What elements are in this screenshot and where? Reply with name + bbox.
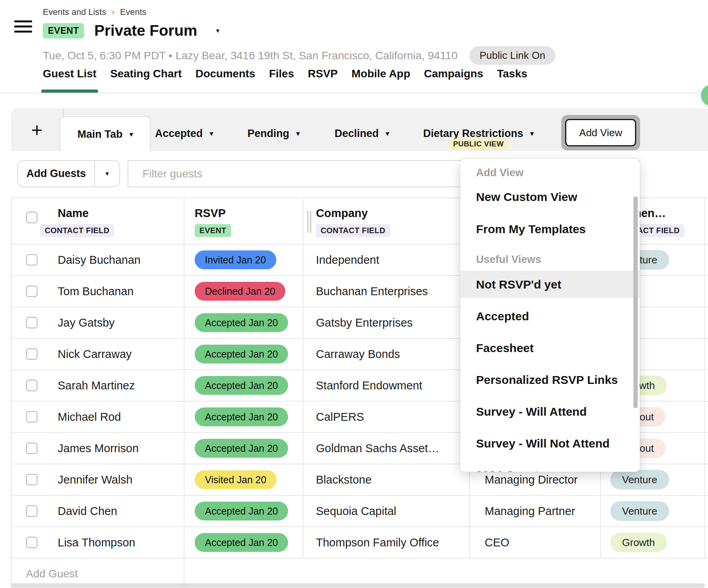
rsvp-status-pill[interactable]: Invited Jan 20: [195, 250, 276, 269]
rsvp-status-pill[interactable]: Accepted Jan 20: [195, 502, 288, 520]
row-checkbox[interactable]: [26, 537, 38, 548]
column-header-name[interactable]: NameCONTACT FIELD: [12, 198, 184, 244]
event-meta-row: Tue, Oct 5, 6:30 PM PDT • Lazy Bear, 341…: [43, 46, 555, 65]
guest-name-cell: Sarah Martinez: [12, 370, 184, 401]
company-cell: Sequoia Capital: [303, 496, 470, 526]
rsvp-status-pill[interactable]: Accepted Jan 20: [195, 533, 288, 552]
menu-item-new-custom-view[interactable]: New Custom View: [460, 183, 640, 210]
tab-mobile-app[interactable]: Mobile App: [351, 68, 410, 93]
menu-item-accepted[interactable]: Accepted: [460, 303, 640, 330]
column-field-type-badge: EVENT: [195, 224, 231, 237]
guest-name: David Chen: [58, 505, 117, 518]
row-checkbox[interactable]: [26, 411, 38, 423]
breadcrumb-link-events-and-lists[interactable]: Events and Lists: [43, 7, 106, 17]
menu-item-survey-will-attend[interactable]: Survey - Will Attend: [460, 398, 640, 425]
guest-name: Tom Buchanan: [58, 285, 133, 298]
menu-item-personalized-rsvp-links[interactable]: Personalized RSVP Links: [460, 366, 640, 393]
rsvp-cell: Accepted Jan 20: [184, 307, 303, 338]
add-view-dropdown-menu: Add ViewNew Custom ViewFrom My Templates…: [460, 159, 640, 472]
rsvp-status-pill[interactable]: Accepted Jan 20: [195, 439, 288, 458]
menu-item-not-rsvp-d-yet[interactable]: Not RSVP'd yet: [460, 271, 640, 298]
rsvp-status-pill[interactable]: Accepted Jan 20: [195, 313, 288, 332]
chevron-down-icon: ▾: [530, 130, 534, 137]
guest-list-screen: Events and Lists›Events EVENT Private Fo…: [0, 0, 708, 588]
public-view-badge: PUBLIC VIEW: [449, 139, 508, 150]
hamburger-bar: [14, 31, 32, 33]
view-tab-label: Accepted: [155, 128, 203, 140]
table-row-david-chen[interactable]: David ChenAccepted Jan 20Sequoia Capital…: [12, 496, 708, 527]
dropdown-scrollbar-thumb[interactable]: [633, 196, 638, 408]
row-filler: [705, 276, 708, 307]
guest-name: Sarah Martinez: [58, 379, 135, 392]
breadcrumb: Events and Lists›Events: [43, 7, 146, 17]
add-view-button[interactable]: Add View: [565, 119, 636, 146]
column-field-type-badge: CONTACT FIELD: [40, 224, 114, 237]
column-header-rsvp[interactable]: RSVPEVENT: [184, 198, 303, 244]
menu-item-survey-will-not-attend[interactable]: Survey - Will Not Attend: [460, 430, 640, 457]
view-tab-accepted[interactable]: Accepted▾: [144, 116, 224, 151]
row-checkbox[interactable]: [26, 505, 38, 517]
rsvp-cell: Accepted Jan 20: [184, 370, 303, 401]
column-title: RSVP: [195, 207, 226, 220]
menu-item-facesheet[interactable]: Facesheet: [460, 334, 640, 362]
rsvp-status-pill[interactable]: Declined Jan 20: [195, 282, 285, 301]
tab-documents[interactable]: Documents: [195, 68, 255, 93]
tab-seating-chart[interactable]: Seating Chart: [110, 68, 182, 93]
guest-name-cell: Lisa Thompson: [12, 527, 184, 558]
rsvp-cell: Accepted Jan 20: [184, 339, 303, 369]
job-title-cell: Managing Partner: [470, 496, 601, 526]
chevron-down-icon: ▾: [130, 131, 133, 138]
rsvp-cell: Invited Jan 20: [184, 245, 303, 275]
tab-rsvp[interactable]: RSVP: [308, 68, 338, 93]
tab-campaigns[interactable]: Campaigns: [424, 68, 483, 93]
guest-name-cell: Daisy Buchanan: [12, 245, 184, 275]
horizontal-scrollbar[interactable]: [11, 583, 705, 588]
tab-files[interactable]: Files: [269, 68, 294, 93]
column-drag-handle-icon[interactable]: [307, 211, 311, 233]
rsvp-status-pill[interactable]: Accepted Jan 20: [195, 376, 288, 395]
rsvp-cell: Accepted Jan 20: [184, 496, 303, 526]
breadcrumb-link-events[interactable]: Events: [120, 7, 146, 17]
select-all-checkbox[interactable]: [26, 212, 38, 223]
menu-item-from-my-templates[interactable]: From My Templates: [460, 215, 640, 243]
row-checkbox[interactable]: [26, 442, 38, 454]
menu-section-label-add-view: Add View: [460, 164, 640, 182]
guest-name-cell: Nick Carraway: [12, 339, 184, 369]
view-tab-declined[interactable]: Declined▾: [321, 116, 402, 151]
row-checkbox[interactable]: [26, 254, 38, 266]
company-cell: CalPERS: [303, 402, 470, 432]
view-tab-bar: + Add View Main Tab▾Accepted▾Pending▾Dec…: [11, 108, 708, 151]
row-checkbox[interactable]: [26, 380, 38, 391]
help-bubble-icon[interactable]: [701, 84, 708, 106]
menu-section-label-useful-views: Useful Views: [460, 250, 640, 268]
guest-name-cell: David Chen: [12, 496, 184, 526]
public-link-status-pill[interactable]: Public Link On: [469, 46, 556, 65]
table-row-lisa-thompson[interactable]: Lisa ThompsonAccepted Jan 20Thompson Fam…: [12, 527, 708, 559]
menu-item-2024-guests[interactable]: 2024 Guests: [460, 462, 640, 472]
add-guests-label[interactable]: Add Guests: [18, 161, 94, 186]
add-guests-split-button[interactable]: Add Guests ▾: [17, 160, 120, 187]
rsvp-status-pill[interactable]: Accepted Jan 20: [195, 407, 288, 426]
tab-tasks[interactable]: Tasks: [497, 68, 527, 93]
row-checkbox[interactable]: [26, 317, 38, 329]
row-checkbox[interactable]: [26, 474, 38, 486]
view-tab-pending[interactable]: Pending▾: [233, 116, 314, 151]
row-filler: [705, 402, 708, 432]
column-header-company[interactable]: CompanyCONTACT FIELD: [303, 198, 470, 244]
tab-guest-list[interactable]: Guest List: [43, 68, 97, 93]
rsvp-status-pill[interactable]: Accepted Jan 20: [195, 345, 288, 363]
row-checkbox[interactable]: [26, 348, 38, 360]
add-guests-dropdown-toggle[interactable]: ▾: [94, 161, 119, 186]
hamburger-menu-icon[interactable]: [14, 20, 32, 36]
hamburger-bar: [14, 26, 32, 27]
hamburger-bar: [14, 20, 32, 22]
view-tab-main-tab[interactable]: Main Tab▾: [60, 116, 151, 152]
view-tab-dietary-restrictions[interactable]: Dietary Restrictions▾PUBLIC VIEW: [411, 116, 546, 151]
row-checkbox[interactable]: [26, 285, 38, 297]
rsvp-status-pill[interactable]: Visited Jan 20: [195, 470, 277, 489]
add-view-tab-button[interactable]: +: [11, 108, 64, 151]
segment-cell: Venture: [601, 496, 705, 526]
segment-cell: Growth: [601, 527, 705, 558]
title-chevron-down-icon[interactable]: ▾: [216, 27, 219, 34]
view-tab-label: Declined: [334, 128, 379, 140]
